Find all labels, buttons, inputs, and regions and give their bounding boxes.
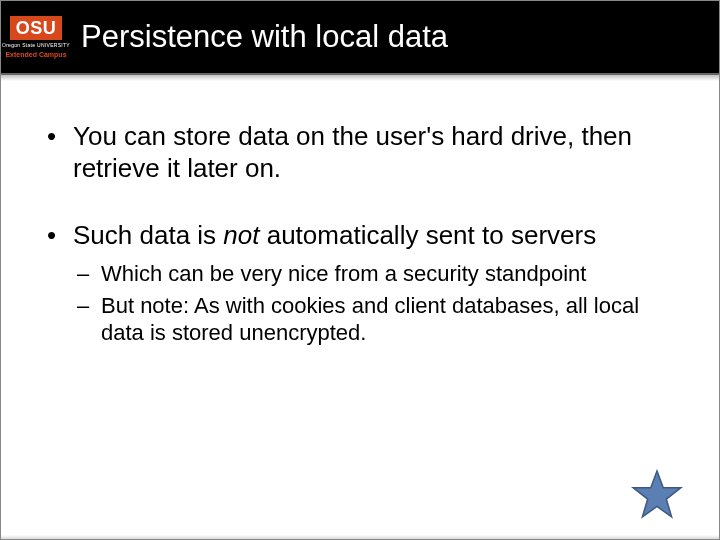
header-shadow [1,75,719,81]
slide-title: Persistence with local data [81,19,448,55]
bullet-item: Such data is not automatically sent to s… [47,220,679,346]
sub-bullet-item: But note: As with cookies and client dat… [73,292,679,347]
slide-body: You can store data on the user's hard dr… [47,121,679,383]
logo-subtext: Oregon State UNIVERSITY [2,42,70,48]
bullet-item: You can store data on the user's hard dr… [47,121,679,184]
footer-shadow [1,535,719,539]
star-icon [631,469,683,521]
bullet-text: You can store data on the user's hard dr… [73,121,632,183]
header-bar: OSU Oregon State UNIVERSITY Extended Cam… [1,1,719,75]
sub-bullet-text: But note: As with cookies and client dat… [101,293,639,346]
bullet-text-em: not [223,220,259,250]
sub-bullet-item: Which can be very nice from a security s… [73,260,679,288]
sub-bullet-list: Which can be very nice from a security s… [73,260,679,347]
logo-main: OSU [10,16,63,40]
slide: OSU Oregon State UNIVERSITY Extended Cam… [0,0,720,540]
logo-extended: Extended Campus [5,51,66,58]
logo: OSU Oregon State UNIVERSITY Extended Cam… [1,0,71,74]
bullet-list: You can store data on the user's hard dr… [47,121,679,347]
bullet-text-post: automatically sent to servers [259,220,596,250]
sub-bullet-text: Which can be very nice from a security s… [101,261,586,286]
bullet-text-pre: Such data is [73,220,223,250]
